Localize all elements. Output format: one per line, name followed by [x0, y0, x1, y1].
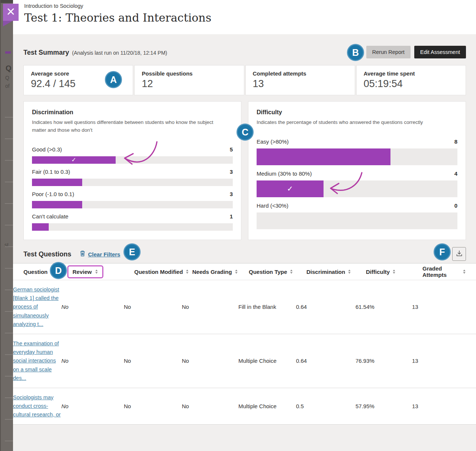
rerun-report-button[interactable]: Rerun Report: [366, 46, 411, 58]
annotation-highlight-box: Review: [67, 265, 103, 278]
trash-icon: [80, 250, 86, 258]
question-type-cell: Multiple Choice: [238, 358, 296, 364]
analysis-timestamp: (Analysis last run on 11/20/18, 12:14 PM…: [72, 50, 167, 56]
stat-completed-attempts: Completed attempts 13: [245, 65, 355, 95]
needs-grading-cell: No: [182, 403, 238, 409]
bar-fair: Fair (0.1 to 0.3)3: [32, 169, 233, 186]
background-text-fragment: of: [5, 83, 10, 89]
stat-possible-questions: Possible questions 12: [134, 65, 244, 95]
close-icon: [7, 8, 15, 17]
review-cell: No: [61, 358, 124, 364]
discrimination-cell: 0.5: [296, 403, 356, 409]
column-difficulty[interactable]: Difficulty: [366, 269, 422, 275]
panel-header: Introduction to Sociology Test 1: Theori…: [13, 0, 476, 34]
download-icon: [456, 250, 463, 258]
question-type-cell: Fill in the Blank: [238, 304, 296, 310]
question-link[interactable]: German sociologist [Blank 1] called the …: [13, 287, 59, 327]
sort-icon[interactable]: [392, 269, 396, 274]
column-graded-attempts[interactable]: Graded Attempts: [422, 265, 466, 278]
sort-icon[interactable]: [463, 269, 466, 274]
discrimination-cell: 0.64: [296, 304, 356, 310]
modified-cell: No: [124, 403, 182, 409]
question-type-cell: Multiple Choice: [238, 403, 296, 409]
bar-easy: Easy (>80%)8: [257, 138, 457, 165]
sort-icon[interactable]: [95, 269, 98, 274]
annotation-badge-f: F: [434, 243, 451, 260]
sort-icon[interactable]: [290, 269, 293, 274]
needs-grading-cell: No: [182, 304, 238, 310]
table-header-row: Question Review Question Modified Needs …: [13, 263, 476, 280]
stat-average-time: Average time spent 05:19:54: [356, 65, 466, 95]
annotation-badge-c: C: [237, 124, 254, 141]
needs-grading-cell: No: [182, 358, 238, 364]
bar-hard: Hard (<30%)0: [257, 202, 457, 229]
background-row-dividers: [5, 96, 13, 451]
breadcrumb: Introduction to Sociology: [24, 3, 476, 9]
checkmark-icon: ✓: [287, 184, 293, 193]
graded-attempts-cell: 13: [412, 304, 476, 310]
column-review[interactable]: Review: [72, 265, 134, 278]
page-title: Test 1: Theories and Interactions: [24, 11, 476, 24]
graded-attempts-cell: 13: [412, 358, 476, 364]
background-chrome: [1, 0, 13, 3]
summary-stats: Average score 92.4 / 145 Possible questi…: [23, 65, 466, 95]
column-discrimination[interactable]: Discrimination: [306, 269, 366, 275]
annotation-badge-a: A: [105, 71, 122, 88]
difficulty-cell: 57.95%: [356, 403, 412, 409]
discrimination-title: Discrimination: [32, 109, 233, 116]
edit-assessment-button[interactable]: Edit Assessment: [414, 46, 466, 58]
background-page-strip: Q Q of st: [0, 0, 13, 451]
difficulty-cell: 76.93%: [356, 358, 412, 364]
test-questions-heading: Test Questions: [23, 250, 71, 258]
difficulty-card: Difficulty Indicates the percentage of s…: [248, 101, 466, 240]
background-text-fragment: Q: [6, 64, 12, 73]
sort-icon[interactable]: [235, 269, 238, 274]
column-question-type[interactable]: Question Type: [249, 269, 306, 275]
bar-medium: Medium (30% to 80%)4 ✓: [257, 170, 457, 197]
column-question-modified[interactable]: Question Modified: [134, 269, 192, 275]
annotation-badge-b: B: [347, 44, 364, 61]
table-row: Sociologists may conduct cross-cultural …: [13, 388, 476, 425]
analysis-panel: Introduction to Sociology Test 1: Theori…: [13, 0, 476, 451]
graded-attempts-cell: 13: [412, 403, 476, 409]
discrimination-card: Discrimination Indicates how well questi…: [23, 101, 241, 240]
bar-poor: Poor (-1.0 to 0.1)3: [32, 191, 233, 208]
review-cell: No: [61, 304, 124, 310]
difficulty-cell: 61.54%: [356, 304, 412, 310]
annotation-badge-e: E: [123, 243, 141, 260]
column-needs-grading[interactable]: Needs Grading: [192, 269, 249, 275]
sort-icon[interactable]: [348, 269, 351, 274]
review-cell: No: [61, 403, 124, 409]
difficulty-title: Difficulty: [257, 109, 457, 116]
annotation-badge-d: D: [50, 262, 67, 279]
test-summary-heading: Test Summary: [23, 49, 69, 57]
ribbon-tail: [3, 21, 13, 26]
bar-good: Good (>0.3)5 ✓: [32, 146, 233, 164]
question-link[interactable]: The examination of everyday human social…: [13, 340, 59, 381]
bar-cant-calculate: Can't calculate1: [32, 213, 233, 231]
difficulty-description: Indicates the percentage of students who…: [257, 119, 457, 127]
discrimination-description: Indicates how well questions differentia…: [32, 119, 233, 134]
checkmark-icon: ✓: [71, 156, 76, 163]
download-results-button[interactable]: [452, 247, 466, 261]
sort-icon[interactable]: [186, 269, 189, 274]
table-row: The examination of everyday human social…: [13, 334, 476, 388]
modified-cell: No: [124, 304, 182, 310]
table-row: German sociologist [Blank 1] called the …: [13, 280, 476, 334]
background-accent-fragment: [5, 51, 11, 54]
discrimination-cell: 0.64: [296, 358, 356, 364]
background-text-fragment: Q: [5, 75, 9, 81]
modified-cell: No: [124, 358, 182, 364]
question-link[interactable]: Sociologists may conduct cross-cultural …: [13, 394, 61, 418]
clear-filters-button[interactable]: Clear Filters: [80, 250, 120, 258]
close-panel-button[interactable]: [3, 4, 19, 26]
questions-table: Question Review Question Modified Needs …: [13, 263, 476, 425]
